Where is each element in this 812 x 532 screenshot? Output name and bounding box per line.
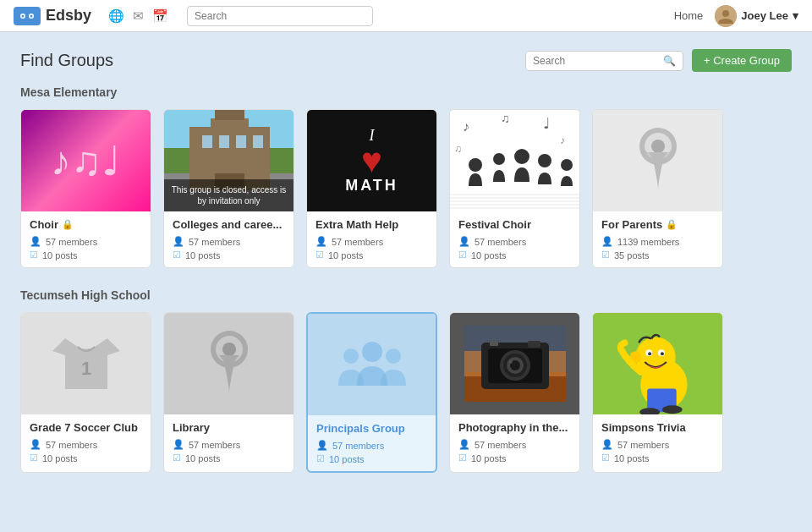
section-tecumseh: Tecumseh High School xyxy=(20,288,792,302)
globe-icon[interactable]: 🌐 xyxy=(108,8,124,24)
group-card-photography[interactable]: Photography in the... 👤 57 members ☑ 10 … xyxy=(449,312,580,473)
svg-point-22 xyxy=(469,158,482,172)
group-card-choir[interactable]: ♪♫♩ Choir 🔒 👤 57 members ☑ 10 posts xyxy=(20,109,151,268)
svg-point-37 xyxy=(651,140,665,153)
nav-search-input[interactable] xyxy=(187,6,373,26)
check-icon-choir: ☑ xyxy=(30,250,38,261)
posts-row-festival: ☑ 10 posts xyxy=(458,250,571,261)
svg-rect-13 xyxy=(219,135,229,148)
svg-point-44 xyxy=(362,342,382,362)
svg-point-56 xyxy=(509,360,513,364)
svg-text:♩: ♩ xyxy=(543,115,550,132)
home-link[interactable]: Home xyxy=(674,9,704,22)
members-row-soccer: 👤 57 members xyxy=(30,439,142,450)
card-title-colleges: Colleges and caree... xyxy=(173,218,285,231)
svg-rect-10 xyxy=(211,118,249,131)
card-meta-colleges: 👤 57 members ☑ 10 posts xyxy=(173,236,285,261)
group-image-simpsons xyxy=(593,313,722,414)
svg-text:♪: ♪ xyxy=(560,134,565,146)
card-meta-soccer: 👤 57 members ☑ 10 posts xyxy=(30,439,142,463)
posts-row-colleges: ☑ 10 posts xyxy=(173,250,285,261)
section-mesa: Mesa Elementary xyxy=(20,85,792,99)
group-card-principals[interactable]: Principals Group 👤 57 members ☑ 10 posts xyxy=(306,312,437,473)
svg-point-46 xyxy=(386,348,401,364)
card-title-principals: Principals Group xyxy=(316,422,427,435)
svg-point-26 xyxy=(561,159,573,171)
card-meta-festival: 👤 57 members ☑ 10 posts xyxy=(458,236,571,261)
brand[interactable]: Edsby xyxy=(14,7,91,25)
group-card-festival[interactable]: ♪ ♫ ♩ ♪ ♫ xyxy=(449,109,580,268)
page-header: Find Groups 🔍 + Create Group xyxy=(20,49,792,72)
svg-rect-0 xyxy=(15,8,39,24)
calendar-icon[interactable]: 📅 xyxy=(152,8,168,24)
members-row-photography: 👤 57 members xyxy=(458,439,571,450)
svg-point-45 xyxy=(343,348,359,364)
svg-text:♫: ♫ xyxy=(454,143,462,155)
user-menu[interactable]: Joey Lee ▾ xyxy=(715,5,798,27)
group-image-library xyxy=(164,313,294,414)
create-group-button[interactable]: + Create Group xyxy=(692,49,792,72)
page-title: Find Groups xyxy=(20,51,113,70)
members-row-simpsons: 👤 57 members xyxy=(601,439,714,450)
svg-text:♫: ♫ xyxy=(501,112,510,125)
person-icon-math: 👤 xyxy=(315,236,327,247)
svg-point-25 xyxy=(538,154,551,167)
posts-row-parents: ☑ 35 posts xyxy=(601,250,714,261)
dropdown-icon: ▾ xyxy=(793,9,798,22)
card-meta-principals: 👤 57 members ☑ 10 posts xyxy=(316,440,427,464)
members-row-library: 👤 57 members xyxy=(173,439,285,450)
posts-row-principals: ☑ 10 posts xyxy=(316,453,427,464)
card-meta-photography: 👤 57 members ☑ 10 posts xyxy=(458,439,571,463)
navbar: Edsby 🌐 ✉ 📅 Home Joey Lee ▾ xyxy=(0,0,812,32)
group-card-colleges[interactable]: This group is closed, access is by invit… xyxy=(163,109,294,268)
mail-icon[interactable]: ✉ xyxy=(133,8,144,24)
lock-icon-choir: 🔒 xyxy=(62,219,74,230)
group-image-festival: ♪ ♫ ♩ ♪ ♫ xyxy=(450,110,579,211)
card-info-math: Extra Math Help 👤 57 members ☑ 10 posts xyxy=(307,211,436,267)
group-image-colleges: This group is closed, access is by invit… xyxy=(164,110,294,211)
members-row-choir: 👤 57 members xyxy=(30,236,142,247)
card-info-colleges: Colleges and caree... 👤 57 members ☑ 10 … xyxy=(164,211,294,267)
card-title-festival: Festival Choir xyxy=(458,218,571,231)
brand-logo xyxy=(14,7,41,25)
group-card-soccer[interactable]: 1 Grade 7 Soccer Club 👤 57 members ☑ 10 … xyxy=(20,312,151,473)
group-card-simpsons[interactable]: Simpsons Trivia 👤 57 members ☑ 10 posts xyxy=(592,312,723,473)
posts-row-library: ☑ 10 posts xyxy=(173,452,285,463)
posts-row-choir: ☑ 10 posts xyxy=(30,250,142,261)
svg-rect-12 xyxy=(202,135,212,148)
svg-point-42 xyxy=(222,343,236,356)
svg-rect-14 xyxy=(236,135,246,148)
card-meta-math: 👤 57 members ☑ 10 posts xyxy=(315,236,428,261)
members-row-parents: 👤 1139 members xyxy=(601,236,714,247)
avatar xyxy=(715,5,737,27)
group-image-math: I ♥ MATH xyxy=(307,110,436,211)
group-card-library[interactable]: Library 👤 57 members ☑ 10 posts xyxy=(163,312,294,473)
check-icon-festival: ☑ xyxy=(458,250,467,261)
card-meta-parents: 👤 1139 members ☑ 35 posts xyxy=(601,236,714,261)
closed-overlay: This group is closed, access is by invit… xyxy=(164,179,294,211)
svg-point-69 xyxy=(662,405,683,414)
username: Joey Lee xyxy=(741,9,788,22)
card-title-library: Library xyxy=(173,421,285,434)
svg-rect-58 xyxy=(490,341,498,346)
group-card-parents[interactable]: For Parents 🔒 👤 1139 members ☑ 35 posts xyxy=(592,109,723,268)
card-title-choir: Choir 🔒 xyxy=(30,218,142,231)
group-image-principals xyxy=(308,314,436,415)
svg-rect-11 xyxy=(215,110,244,120)
card-info-choir: Choir 🔒 👤 57 members ☑ 10 posts xyxy=(21,211,151,267)
posts-row-math: ☑ 10 posts xyxy=(315,250,428,261)
card-title-simpsons: Simpsons Trivia xyxy=(601,421,714,434)
members-row-festival: 👤 57 members xyxy=(458,236,571,247)
group-card-math[interactable]: I ♥ MATH Extra Math Help 👤 57 members ☑ … xyxy=(306,109,437,268)
person-icon-soccer: 👤 xyxy=(30,439,41,450)
card-info-photography: Photography in the... 👤 57 members ☑ 10 … xyxy=(450,414,579,470)
groups-search-input[interactable] xyxy=(533,55,660,67)
groups-search-box: 🔍 xyxy=(525,51,683,71)
posts-row-photography: ☑ 10 posts xyxy=(458,452,571,463)
svg-point-65 xyxy=(661,352,664,355)
svg-point-6 xyxy=(722,10,729,17)
card-info-library: Library 👤 57 members ☑ 10 posts xyxy=(164,414,294,470)
nav-right: Home Joey Lee ▾ xyxy=(674,5,798,27)
card-title-parents: For Parents 🔒 xyxy=(601,218,714,231)
svg-point-23 xyxy=(493,153,505,165)
